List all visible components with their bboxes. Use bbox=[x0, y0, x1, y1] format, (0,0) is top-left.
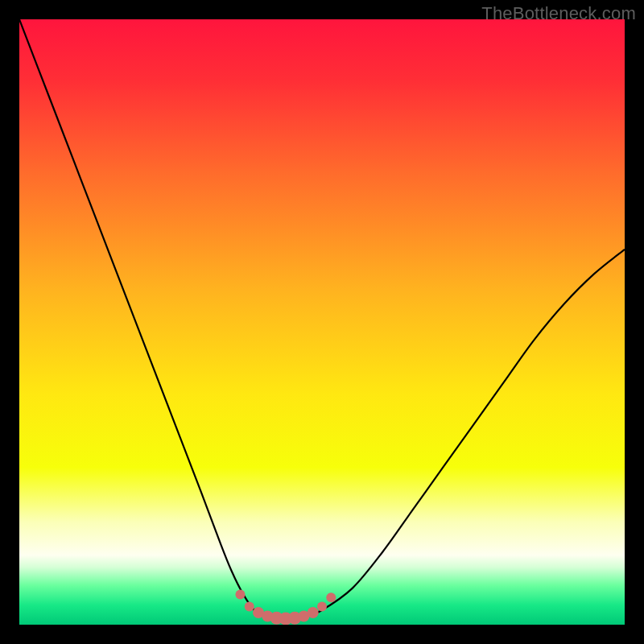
chart-frame: TheBottleneck.com bbox=[0, 0, 644, 644]
marker-dot bbox=[235, 589, 245, 599]
marker-dot bbox=[326, 592, 336, 602]
marker-dot bbox=[308, 607, 319, 618]
curve-layer bbox=[19, 19, 625, 625]
marker-dot bbox=[317, 601, 327, 611]
bottleneck-curve bbox=[19, 19, 625, 619]
watermark-text: TheBottleneck.com bbox=[481, 3, 636, 24]
plot-area bbox=[19, 19, 625, 625]
bottom-markers-group bbox=[235, 589, 336, 625]
marker-dot bbox=[245, 601, 254, 611]
